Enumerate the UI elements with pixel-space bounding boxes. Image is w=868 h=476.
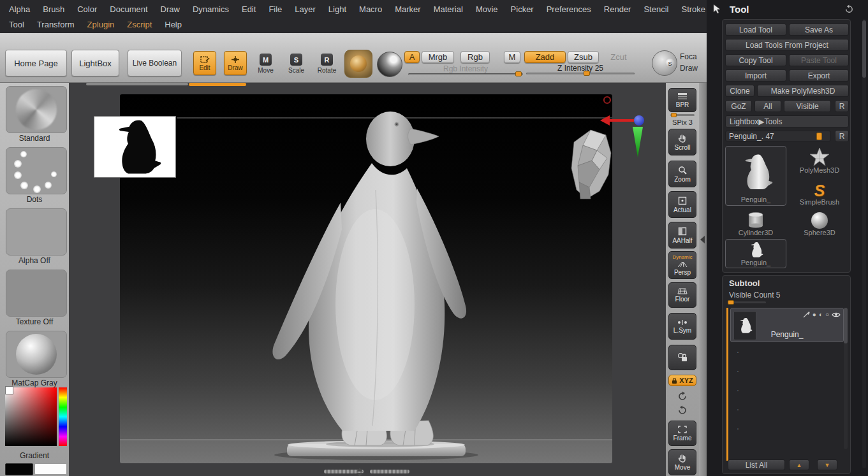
- zsub-button[interactable]: Zsub: [568, 51, 599, 63]
- zoom-button[interactable]: Zoom: [668, 161, 696, 187]
- shade-empty-icon[interactable]: ○: [825, 311, 829, 318]
- subtool-empty-slot[interactable]: .: [737, 421, 739, 431]
- z-intensity-slider[interactable]: Z Intensity 25: [526, 64, 635, 75]
- penguin-reference-image[interactable]: [94, 117, 175, 177]
- bpr-button[interactable]: BPR: [668, 88, 696, 112]
- sphere3d-tool[interactable]: Sphere3D: [789, 208, 850, 238]
- copy-tool-button[interactable]: Copy Tool: [725, 54, 786, 66]
- import-button[interactable]: Import: [725, 69, 786, 82]
- load-tool-button[interactable]: Load Tool: [725, 24, 786, 36]
- canvas-viewport[interactable]: [69, 83, 666, 476]
- visibility-eye-icon[interactable]: [832, 312, 841, 318]
- palette-scrollbar[interactable]: [862, 19, 866, 468]
- active-tool-slider[interactable]: Penguin_. 47: [725, 131, 831, 141]
- current-material-thumb[interactable]: [344, 50, 372, 78]
- scale-button[interactable]: S Scale: [285, 52, 307, 75]
- focal-shift-dial[interactable]: S: [652, 50, 677, 76]
- m-toggle-button[interactable]: M: [504, 51, 520, 63]
- polymesh3d-tool[interactable]: PolyMesh3D: [789, 146, 850, 175]
- live-boolean-button[interactable]: Live Boolean: [128, 50, 182, 76]
- reset-palette-icon[interactable]: [844, 4, 854, 14]
- save-as-button[interactable]: Save As: [789, 24, 849, 36]
- active-tool-thumb[interactable]: Penguin_: [725, 146, 786, 206]
- subtool-scrollbar-thumb[interactable]: [844, 308, 848, 343]
- lightbox-button[interactable]: LightBox: [71, 50, 119, 76]
- canvas-bottom-scrollbar-right[interactable]: [370, 470, 409, 473]
- subtool-empty-slot[interactable]: .: [737, 364, 739, 374]
- move-canvas-button[interactable]: Move: [668, 449, 696, 475]
- actual-button[interactable]: Actual: [668, 191, 696, 218]
- edit-button[interactable]: Edit: [193, 51, 216, 75]
- canvas-h-scrollbar-thumb[interactable]: [189, 83, 246, 86]
- cylinder3d-tool[interactable]: Cylinder3D: [725, 208, 786, 238]
- draw-button[interactable]: Draw: [224, 51, 247, 75]
- menu-render[interactable]: Render: [598, 3, 638, 16]
- goz-all-button[interactable]: All: [754, 100, 781, 112]
- rotate-cw-button[interactable]: [668, 390, 696, 403]
- menu-movie[interactable]: Movie: [469, 3, 504, 16]
- rotate-button[interactable]: R Rotate: [316, 52, 338, 75]
- subtool-up-button[interactable]: ▲: [789, 459, 809, 470]
- rotate-ccw-button[interactable]: [668, 404, 696, 417]
- move-button[interactable]: M Move: [254, 52, 277, 75]
- matcap-gray-thumb[interactable]: [6, 331, 67, 378]
- tool-r-button[interactable]: R: [835, 130, 849, 142]
- color-hue-bar[interactable]: [59, 387, 67, 446]
- menu-macro[interactable]: Macro: [353, 3, 388, 16]
- simplebrush-tool[interactable]: S SimpleBrush: [789, 178, 850, 207]
- menu-brush[interactable]: Brush: [36, 3, 71, 16]
- dynamic-persp-button[interactable]: Dynamic Persp: [668, 251, 696, 279]
- subtool-empty-slot[interactable]: .: [737, 345, 739, 355]
- spix-slider-handle[interactable]: [671, 113, 677, 117]
- mrgb-button[interactable]: Mrgb: [422, 51, 454, 63]
- goz-button[interactable]: GoZ: [725, 100, 752, 112]
- menu-draw[interactable]: Draw: [154, 3, 186, 16]
- goz-visible-button[interactable]: Visible: [784, 100, 831, 112]
- spix-slider-track[interactable]: [670, 114, 695, 116]
- zcut-button[interactable]: Zcut: [605, 51, 633, 63]
- canvas-scroll-up-icon[interactable]: [357, 468, 363, 472]
- lsym-button[interactable]: L.Sym: [668, 313, 696, 340]
- canvas-h-scrollbar[interactable]: [86, 83, 188, 85]
- menu-marker[interactable]: Marker: [388, 3, 427, 16]
- transpose-lock-button[interactable]: [668, 345, 696, 370]
- scroll-button[interactable]: Scroll: [668, 129, 696, 155]
- rgb-intensity-handle[interactable]: [515, 71, 522, 76]
- subtool-empty-slot[interactable]: .: [737, 383, 739, 393]
- paste-tool-button[interactable]: Paste Tool: [789, 54, 849, 66]
- record-dot-icon[interactable]: [604, 97, 610, 103]
- penguin2-tool[interactable]: Penguin_: [725, 239, 786, 268]
- menu-light[interactable]: Light: [322, 3, 353, 16]
- subtool-mini-slider[interactable]: [728, 301, 766, 303]
- menu-zplugin[interactable]: Zplugin: [81, 18, 121, 31]
- load-tools-from-project-button[interactable]: Load Tools From Project: [725, 39, 849, 51]
- menu-material[interactable]: Material: [427, 3, 469, 16]
- polypaint-brush-icon[interactable]: [803, 311, 810, 318]
- shade-half-icon[interactable]: ◐: [819, 311, 823, 318]
- menu-layer[interactable]: Layer: [288, 3, 322, 16]
- subtool-item-penguin[interactable]: ● ◐ ○ Penguin_: [730, 308, 844, 342]
- menu-help[interactable]: Help: [158, 18, 188, 31]
- focal-clipped-label[interactable]: Foca: [680, 52, 697, 61]
- list-all-button[interactable]: List All: [728, 459, 785, 470]
- document-canvas[interactable]: [120, 94, 612, 463]
- goz-r-button[interactable]: R: [835, 100, 849, 112]
- rgb-intensity-slider[interactable]: Rgb Intensity: [408, 65, 523, 76]
- panel-divider[interactable]: [699, 83, 707, 476]
- stroke-dots-thumb[interactable]: [6, 147, 67, 194]
- color-satval-picker[interactable]: [5, 387, 57, 446]
- subtool-scrollbar[interactable]: [844, 308, 848, 449]
- z-intensity-handle[interactable]: [584, 71, 590, 76]
- menu-color[interactable]: Color: [71, 3, 103, 16]
- main-color-swatch[interactable]: [5, 463, 33, 475]
- menu-alpha[interactable]: Alpha: [3, 3, 36, 16]
- make-polymesh3d-button[interactable]: Make PolyMesh3D: [757, 85, 849, 97]
- menu-tool[interactable]: Tool: [3, 18, 31, 31]
- menu-dynamics[interactable]: Dynamics: [186, 3, 235, 16]
- aahalf-button[interactable]: AAHalf: [668, 222, 696, 249]
- subtool-title[interactable]: Subtool: [729, 278, 760, 288]
- canvas-scroll-down-icon[interactable]: [357, 473, 363, 476]
- subtool-down-button[interactable]: ▼: [817, 459, 837, 470]
- frame-button[interactable]: Frame: [668, 421, 696, 446]
- menu-zscript[interactable]: Zscript: [121, 18, 158, 31]
